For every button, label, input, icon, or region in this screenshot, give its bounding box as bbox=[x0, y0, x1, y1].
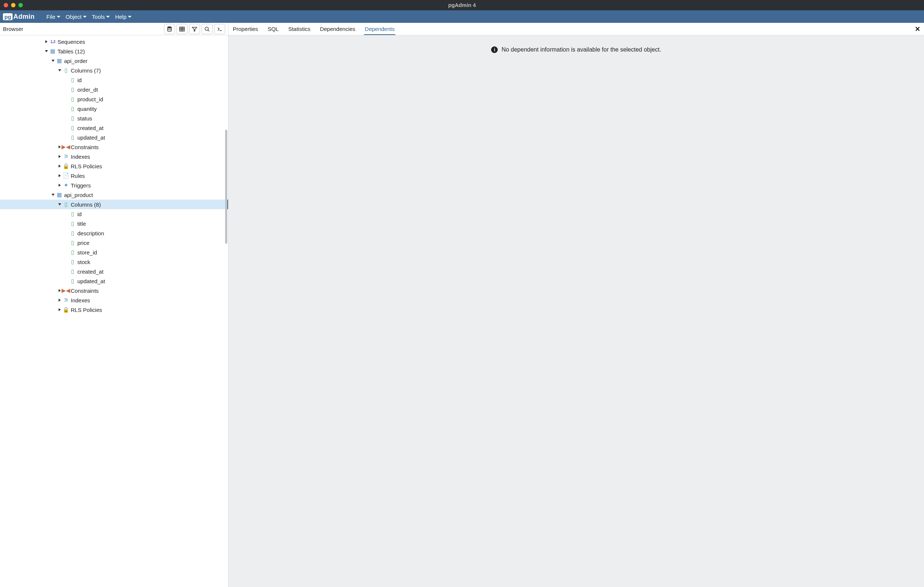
constraints-icon: ▶◀ bbox=[63, 288, 69, 294]
database-icon bbox=[167, 26, 172, 32]
tree-label: Indexes bbox=[71, 297, 90, 303]
tree-node-api-product[interactable]: ▦ api_product bbox=[0, 190, 228, 200]
tree-node-columns-product[interactable]: ▯ Columns (8) bbox=[0, 200, 228, 209]
column-icon: ▯ bbox=[69, 259, 76, 265]
psql-tool-button[interactable] bbox=[214, 24, 225, 34]
object-tree[interactable]: 1..3 Sequences ▦ Tables (12) ▦ api_order… bbox=[0, 35, 228, 587]
tree-node-sequences[interactable]: 1..3 Sequences bbox=[0, 37, 228, 46]
view-data-button[interactable] bbox=[177, 24, 188, 34]
tree-column[interactable]: ▯description bbox=[0, 228, 228, 238]
tree-label: description bbox=[78, 230, 104, 236]
tree-node-columns-order[interactable]: ▯ Columns (7) bbox=[0, 66, 228, 75]
filter-rows-button[interactable] bbox=[189, 24, 200, 34]
chevron-down-icon bbox=[45, 50, 48, 52]
main-body: i No dependent information is available … bbox=[228, 35, 924, 587]
tab-statistics[interactable]: Statistics bbox=[287, 23, 311, 35]
browser-header: Browser bbox=[0, 23, 228, 35]
tree-label: id bbox=[78, 77, 82, 83]
tree-node-rules[interactable]: 📄Rules bbox=[0, 171, 228, 180]
tab-properties[interactable]: Properties bbox=[232, 23, 259, 35]
tree-label: store_id bbox=[78, 249, 97, 256]
logo-pg: pg bbox=[3, 13, 13, 20]
scrollbar-thumb[interactable] bbox=[225, 130, 227, 244]
tree-column[interactable]: ▯created_at bbox=[0, 123, 228, 133]
tree-node-rls[interactable]: 🔒RLS Policies bbox=[0, 305, 228, 315]
menu-file[interactable]: File bbox=[46, 14, 60, 20]
window-zoom-button[interactable] bbox=[18, 3, 23, 7]
tree-node-api-order[interactable]: ▦ api_order bbox=[0, 56, 228, 66]
tree-column[interactable]: ▯updated_at bbox=[0, 133, 228, 142]
chevron-right-icon bbox=[59, 174, 61, 177]
tree-node-constraints[interactable]: ▶◀Constraints bbox=[0, 286, 228, 295]
filter-icon bbox=[191, 26, 198, 32]
search-objects-button[interactable] bbox=[201, 24, 213, 34]
tree-label: Indexes bbox=[71, 153, 90, 160]
column-icon: ▯ bbox=[69, 230, 76, 236]
tree-node-rls[interactable]: 🔒RLS Policies bbox=[0, 161, 228, 171]
tree-column[interactable]: ▯created_at bbox=[0, 267, 228, 276]
tree-column[interactable]: ▯id bbox=[0, 75, 228, 85]
chevron-down-icon bbox=[128, 16, 132, 18]
svg-line-7 bbox=[208, 30, 210, 31]
info-text: No dependent information is available fo… bbox=[502, 46, 661, 53]
window-title: pgAdmin 4 bbox=[0, 2, 924, 8]
window-controls bbox=[4, 3, 23, 7]
tree-column[interactable]: ▯title bbox=[0, 219, 228, 228]
table-icon: ▦ bbox=[56, 58, 63, 64]
column-icon: ▯ bbox=[69, 87, 76, 92]
tree-label: quantity bbox=[78, 106, 97, 112]
menu-tools[interactable]: Tools bbox=[92, 14, 110, 20]
info-message: i No dependent information is available … bbox=[491, 46, 661, 53]
tree-column[interactable]: ▯store_id bbox=[0, 247, 228, 257]
tree-node-tables[interactable]: ▦ Tables (12) bbox=[0, 46, 228, 56]
tree-label: Columns (7) bbox=[71, 68, 101, 74]
menu-help[interactable]: Help bbox=[115, 14, 132, 20]
trigger-icon: ✦ bbox=[63, 182, 69, 188]
query-tool-button[interactable] bbox=[164, 24, 175, 34]
window-minimize-button[interactable] bbox=[11, 3, 15, 7]
tree-node-indexes[interactable]: ⚞Indexes bbox=[0, 295, 228, 305]
column-icon: ▯ bbox=[69, 96, 76, 102]
tree-column[interactable]: ▯stock bbox=[0, 257, 228, 267]
chevron-right-icon bbox=[59, 145, 61, 148]
column-icon: ▯ bbox=[69, 240, 76, 246]
chevron-right-icon bbox=[59, 298, 61, 302]
menubar: pg Admin File Object Tools Help bbox=[0, 10, 924, 23]
chevron-right-icon bbox=[59, 308, 61, 311]
tree-node-triggers[interactable]: ✦Triggers bbox=[0, 180, 228, 190]
menu-help-label: Help bbox=[115, 14, 126, 20]
indexes-icon: ⚞ bbox=[63, 297, 69, 303]
tree-label: Rules bbox=[71, 173, 85, 179]
column-icon: ▯ bbox=[69, 77, 76, 83]
grid-icon bbox=[179, 26, 185, 32]
tree-column[interactable]: ▯product_id bbox=[0, 94, 228, 104]
tab-dependents[interactable]: Dependents bbox=[364, 23, 395, 35]
svg-point-0 bbox=[168, 26, 171, 28]
tree-label: api_product bbox=[64, 192, 93, 198]
tree-column[interactable]: ▯order_dt bbox=[0, 85, 228, 94]
tree-column[interactable]: ▯id bbox=[0, 209, 228, 219]
window-close-button[interactable] bbox=[4, 3, 8, 7]
column-icon: ▯ bbox=[69, 115, 76, 121]
menu-file-label: File bbox=[46, 14, 55, 20]
column-icon: ▯ bbox=[69, 221, 76, 226]
tab-label: Statistics bbox=[288, 26, 310, 32]
tree-label: order_dt bbox=[78, 87, 98, 93]
chevron-down-icon bbox=[51, 194, 54, 196]
tab-sql[interactable]: SQL bbox=[267, 23, 279, 35]
tree-column[interactable]: ▯updated_at bbox=[0, 276, 228, 286]
chevron-down-icon bbox=[83, 16, 87, 18]
tree-column[interactable]: ▯quantity bbox=[0, 104, 228, 114]
tab-dependencies[interactable]: Dependencies bbox=[319, 23, 356, 35]
close-tab-button[interactable]: ✕ bbox=[915, 25, 920, 33]
tree-label: Columns (8) bbox=[71, 201, 101, 208]
constraints-icon: ▶◀ bbox=[63, 144, 69, 150]
chevron-right-icon bbox=[45, 40, 48, 43]
menu-object[interactable]: Object bbox=[66, 14, 87, 20]
tree-column[interactable]: ▯status bbox=[0, 114, 228, 123]
tree-node-indexes[interactable]: ⚞Indexes bbox=[0, 152, 228, 161]
tree-label: Constraints bbox=[71, 144, 99, 150]
titlebar: pgAdmin 4 bbox=[0, 0, 924, 10]
tree-node-constraints[interactable]: ▶◀Constraints bbox=[0, 142, 228, 152]
tree-column[interactable]: ▯price bbox=[0, 238, 228, 247]
